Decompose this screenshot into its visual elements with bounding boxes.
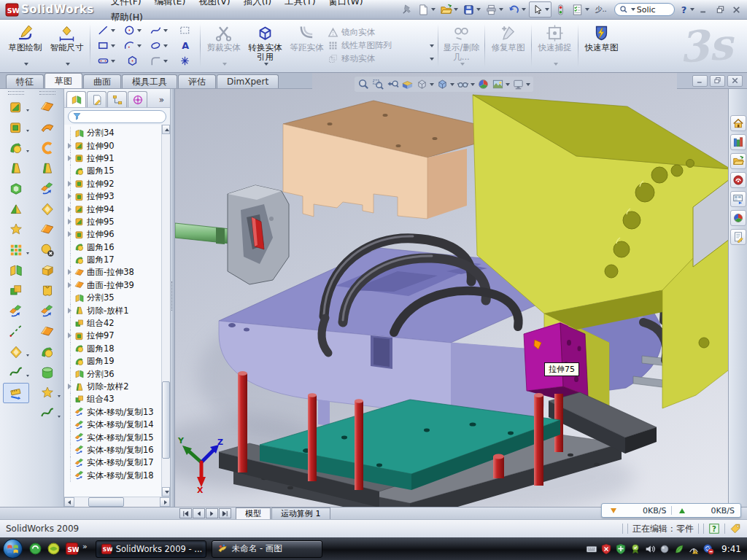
tray-security-icon[interactable] xyxy=(615,543,627,555)
tree-filter-input[interactable] xyxy=(68,110,166,123)
expand-arrow-icon[interactable] xyxy=(67,332,74,339)
toolbox-tab[interactable] xyxy=(730,172,746,188)
lofted-surface-tool[interactable] xyxy=(34,158,61,179)
ribbon-stack-button-0[interactable]: 镜向实体 xyxy=(328,27,436,38)
extruded-cut-tool[interactable] xyxy=(3,117,29,138)
ribbon-stack-button-1[interactable]: 线性草图阵列 xyxy=(328,40,436,51)
expand-arrow-icon[interactable] xyxy=(67,143,74,149)
feature-tree-item[interactable]: 实体-移动/复制18 xyxy=(70,470,161,482)
knit-surface-tool[interactable] xyxy=(34,342,61,362)
last-tab-icon[interactable] xyxy=(219,508,231,518)
feature-tree-item[interactable]: 切除-放样2 xyxy=(70,381,161,393)
apply-scene-icon[interactable] xyxy=(492,78,510,90)
taskbar-button-1[interactable]: 未命名 - 画图 xyxy=(212,540,322,558)
linear-pattern-tool[interactable] xyxy=(3,240,29,260)
save-icon[interactable] xyxy=(461,1,482,18)
menu-item-5[interactable]: 窗口(W) xyxy=(322,0,370,7)
scroll-up-icon[interactable] xyxy=(162,125,170,134)
polygon-tool[interactable] xyxy=(119,53,145,69)
menu-item-1[interactable]: 编辑(E) xyxy=(148,0,193,7)
feature-tree-item[interactable]: 曲面-拉伸38 xyxy=(70,266,161,279)
split-tool[interactable] xyxy=(3,260,29,281)
scroll-right-icon[interactable] xyxy=(160,497,170,507)
panel-chevron-icon[interactable]: » xyxy=(155,95,168,107)
menu-item-3[interactable]: 插入(I) xyxy=(237,0,278,7)
shell-tool[interactable] xyxy=(3,179,29,199)
tag-icon[interactable] xyxy=(729,523,741,534)
point-tool[interactable] xyxy=(171,53,198,69)
toolbar-drag-handle[interactable] xyxy=(8,91,24,95)
scrollbar-thumb-horizontal[interactable] xyxy=(88,497,124,507)
taskbar-clock[interactable]: 9:41 xyxy=(721,544,741,554)
featuremanager-tab[interactable] xyxy=(66,91,86,107)
expand-arrow-icon[interactable] xyxy=(67,308,74,314)
combine-tool[interactable] xyxy=(3,281,29,301)
window-close-button[interactable] xyxy=(729,3,744,16)
tray-antivirus-icon[interactable] xyxy=(600,543,612,555)
previous-view-icon[interactable] xyxy=(387,78,399,90)
ribbon-button-0[interactable]: 草图绘制 xyxy=(4,22,46,69)
zoom-fit-icon[interactable] xyxy=(357,78,370,90)
quick-launch-messenger[interactable] xyxy=(28,542,42,556)
sketch-fillet-tool[interactable] xyxy=(145,53,171,69)
ribbon-right-button-0[interactable]: 显示/删除几... xyxy=(441,22,482,69)
ruled-surface-tool[interactable] xyxy=(34,322,61,342)
feature-tree-item[interactable]: 组合42 xyxy=(70,317,161,330)
offset-surface-tool[interactable] xyxy=(34,199,61,219)
sketch-text-tool[interactable]: A xyxy=(171,38,198,53)
view-palette-tab[interactable] xyxy=(730,191,746,207)
hide-show-items-icon[interactable] xyxy=(457,78,475,90)
planar-surface-tool[interactable] xyxy=(34,219,61,240)
fillet-tool[interactable] xyxy=(3,138,29,158)
tray-energy-icon[interactable] xyxy=(673,543,685,555)
doc-close-button[interactable] xyxy=(727,75,743,87)
expand-arrow-icon[interactable] xyxy=(67,155,74,162)
extruded-surface-tool[interactable] xyxy=(34,97,61,117)
zoom-area-icon[interactable] xyxy=(372,78,384,90)
first-tab-icon[interactable] xyxy=(179,508,192,518)
tooling-split-tool[interactable] xyxy=(34,362,61,383)
help-dropdown-icon[interactable] xyxy=(690,8,694,11)
select-icon[interactable] xyxy=(529,1,551,18)
slot-tool[interactable] xyxy=(93,53,119,69)
body-move-copy-tool[interactable] xyxy=(3,301,29,322)
point-ref-tool[interactable] xyxy=(34,383,61,403)
propertymanager-tab[interactable] xyxy=(87,91,107,107)
ribbon-mid-button-2[interactable]: 等距实体 xyxy=(286,22,328,69)
view-orientation-icon[interactable] xyxy=(416,78,434,90)
tray-volume-icon[interactable] xyxy=(644,543,656,555)
feature-tree-item[interactable]: 圆角16 xyxy=(70,241,161,254)
graphics-area[interactable]: Y Z X 拉伸75 xyxy=(175,73,728,507)
design-library-tab[interactable] xyxy=(730,134,746,150)
parting-line-tool[interactable] xyxy=(34,281,61,301)
swept-boss-tool[interactable] xyxy=(3,158,29,179)
ejector-block-extrude75[interactable] xyxy=(524,322,588,401)
ribbon-button-1[interactable]: 智能尺寸 xyxy=(46,22,88,69)
reference-geometry-tool[interactable] xyxy=(3,342,29,362)
tray-badge-icon[interactable] xyxy=(630,543,641,555)
toolbar-overflow[interactable]: 少.. xyxy=(595,4,606,15)
draft-tool[interactable] xyxy=(3,199,29,219)
tray-sync-blocked-icon[interactable] xyxy=(703,543,714,555)
doc-minimize-button[interactable] xyxy=(692,75,708,87)
document-tab-1[interactable]: 运动算例 1 xyxy=(271,508,330,519)
quick-tips-icon[interactable]: ? xyxy=(708,523,720,534)
appearances-scenes-tab[interactable] xyxy=(730,210,746,226)
edit-appearance-icon[interactable] xyxy=(477,78,489,90)
command-tab-2[interactable]: 曲面 xyxy=(83,74,121,88)
scrollbar-thumb[interactable] xyxy=(162,381,170,459)
spline-curve-tool[interactable] xyxy=(3,362,29,383)
feature-tree-item[interactable]: 实体-移动/复制13 xyxy=(70,406,161,419)
ribbon-mid-button-1[interactable]: 转换实体引用 xyxy=(244,22,286,69)
boundary-surface-tool[interactable] xyxy=(34,179,61,199)
feature-tree-item[interactable]: 拉伸96 xyxy=(70,228,161,241)
view-settings-icon[interactable] xyxy=(512,78,530,90)
feature-tree-item[interactable]: 实体-移动/复制17 xyxy=(70,456,161,469)
feature-tree-item[interactable]: 组合43 xyxy=(70,393,161,405)
print-icon[interactable] xyxy=(484,1,505,18)
display-style-icon[interactable] xyxy=(436,78,454,90)
expand-arrow-icon[interactable] xyxy=(67,384,74,390)
quick-launch-chevron[interactable]: » xyxy=(82,542,88,551)
menu-item-2[interactable]: 视图(V) xyxy=(192,0,236,7)
section-view-icon[interactable] xyxy=(401,78,414,90)
